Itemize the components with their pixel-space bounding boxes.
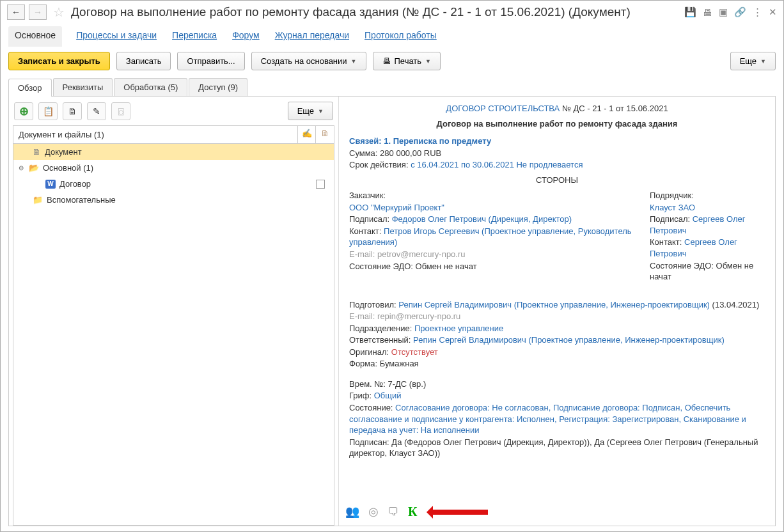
tree-row-label: Основной (1) [43, 163, 93, 173]
bottom-icon-bar: 👥 ◎ 🗨 К [345, 503, 488, 520]
customer-contact[interactable]: Петров Игорь Сергеевич (Проектное управл… [349, 226, 632, 247]
tree-row-contract[interactable]: W Договор [13, 176, 334, 192]
print-label: Печать [395, 56, 422, 66]
links-line[interactable]: Связей: 1. Переписка по предмету [349, 136, 491, 146]
tree-header-col-sign[interactable]: ✍ [298, 126, 316, 143]
form-value: Бумажная [380, 359, 419, 368]
customer-email: E-mail: petrov@mercury-npo.ru [349, 249, 637, 260]
customer-contact-label: Контакт: [349, 226, 381, 236]
ctab-access[interactable]: Доступ (9) [189, 78, 247, 96]
print-button[interactable]: 🖶 Печать ▼ [373, 52, 441, 70]
tab-correspondence[interactable]: Переписка [171, 26, 218, 47]
edit-button[interactable]: ✎ [87, 102, 106, 120]
file-tree[interactable]: 🗎 Документ ⊖ 📂 Основной (1) W Договор 📁 [13, 144, 334, 526]
save-close-button[interactable]: Записать и закрыть [8, 52, 110, 70]
state-value[interactable]: Согласование договора: Не согласован, По… [349, 403, 746, 435]
chat-icon[interactable]: 🗨 [388, 504, 399, 519]
tree-header: Документ и файлы (1) ✍ 🗎 [13, 125, 334, 144]
nav-back-button[interactable]: ← [7, 4, 25, 20]
print-icon[interactable]: 🖶 [703, 7, 712, 18]
chevron-down-icon: ▼ [760, 58, 766, 65]
ctab-overview[interactable]: Обзор [8, 79, 52, 97]
paste-button[interactable]: 📋 [38, 102, 58, 120]
prepared-email: E-mail: repin@mercury-npo.ru [349, 311, 765, 322]
document-preview: ДОГОВОР СТРОИТЕЛЬСТВА № ДС - 21 - 1 от 1… [339, 97, 775, 526]
folder-icon: 📂 [29, 163, 39, 173]
left-more-button[interactable]: Еще ▼ [288, 102, 333, 120]
doc-name: Договор на выполнение работ по ремонту ф… [349, 118, 765, 130]
content-tabs: Обзор Реквизиты Обработка (5) Доступ (9) [8, 78, 776, 97]
party-customer: Заказчик: ООО "Меркурий Проект" Подписал… [349, 189, 637, 283]
sum-label: Сумма: [349, 148, 377, 158]
resp-value[interactable]: Репин Сергей Владимирович (Проектное упр… [413, 335, 725, 345]
dept-value[interactable]: Проектное управление [414, 324, 503, 333]
chevron-down-icon: ▼ [425, 58, 431, 65]
more-button[interactable]: Еще ▼ [730, 52, 776, 70]
sum-value: 280 000,00 RUB [380, 148, 441, 158]
favorite-star-icon[interactable]: ☆ [53, 4, 65, 20]
close-icon[interactable]: ✕ [769, 6, 777, 18]
contractor-org[interactable]: Клауст ЗАО [650, 203, 695, 212]
grif-label: Гриф: [349, 391, 372, 400]
tree-header-title[interactable]: Документ и файлы (1) [13, 126, 298, 143]
orig-value: Отсутствует [391, 347, 438, 357]
tab-transfer-log[interactable]: Журнал передачи [274, 26, 350, 47]
tab-forum[interactable]: Форум [231, 26, 261, 47]
k-mark-icon[interactable]: К [408, 503, 418, 520]
send-button[interactable]: Отправить... [177, 52, 244, 70]
prepared-value[interactable]: Репин Сергей Владимирович (Проектное упр… [398, 300, 710, 309]
contractor-edo-label: Состояние ЭДО: [650, 261, 714, 270]
orig-label: Оригинал: [349, 347, 389, 357]
customer-edo: Обмен не начат [416, 262, 477, 271]
collapse-icon[interactable]: ⊖ [17, 164, 25, 171]
pencil-icon: ✎ [93, 106, 100, 116]
chevron-down-icon: ▼ [351, 58, 357, 65]
customer-org[interactable]: ООО "Меркурий Проект" [349, 203, 444, 212]
tab-work-protocol[interactable]: Протокол работы [363, 26, 438, 47]
parties-title: СТОРОНЫ [349, 175, 765, 186]
tree-row-aux[interactable]: 📁 Вспомогательные [13, 192, 334, 208]
validity-value[interactable]: с 16.04.2021 по 30.06.2021 Не продлевает… [411, 160, 583, 169]
customer-signed[interactable]: Федоров Олег Петрович (Дирекция, Директо… [392, 214, 572, 224]
scan-button[interactable]: ⌼ [111, 102, 130, 120]
kebab-menu-icon[interactable]: ⋮ [753, 6, 762, 18]
people-icon[interactable]: 👥 [345, 504, 359, 519]
main-toolbar: Записать и закрыть Записать Отправить...… [1, 47, 783, 75]
form-label: Форма: [349, 359, 377, 368]
create-based-label: Создать на основании [261, 56, 347, 66]
tab-processes[interactable]: Процессы и задачи [75, 26, 158, 47]
tree-row-label: Договор [59, 179, 91, 189]
link-icon[interactable]: 🔗 [734, 6, 746, 18]
contractor-signed-label: Подписал: [650, 214, 690, 224]
add-button[interactable]: ⊕ [14, 102, 33, 120]
window-title: Договор на выполнение работ по ремонту ф… [71, 5, 680, 19]
more-label: Еще [740, 56, 757, 66]
prepared-label: Подготовил: [349, 300, 396, 309]
report-icon[interactable]: ▣ [719, 6, 728, 18]
save-button[interactable]: Записать [116, 52, 171, 70]
nav-forward-button[interactable]: → [29, 4, 47, 20]
new-doc-button[interactable]: 🗎 [63, 102, 82, 120]
tree-header-col-file[interactable]: 🗎 [316, 126, 334, 143]
tree-row-document[interactable]: 🗎 Документ [13, 144, 334, 160]
grif-value[interactable]: Общий [374, 391, 402, 400]
contractor-contact-label: Контакт: [650, 237, 682, 247]
plus-icon: ⊕ [19, 104, 29, 118]
customer-header: Заказчик: [349, 190, 637, 201]
chevron-down-icon: ▼ [318, 108, 324, 114]
save-icon[interactable]: 💾 [684, 6, 696, 18]
stamp-icon[interactable]: ◎ [368, 504, 379, 519]
tab-main[interactable]: Основное [8, 26, 62, 47]
doc-type-link[interactable]: ДОГОВОР СТРОИТЕЛЬСТВА [446, 104, 560, 113]
create-based-button[interactable]: Создать на основании ▼ [251, 52, 366, 70]
doc-number: № ДС - 21 - 1 от 15.06.2021 [562, 104, 668, 113]
row-checkbox[interactable] [316, 180, 325, 189]
ctab-processing[interactable]: Обработка (5) [114, 78, 187, 96]
tree-row-main-folder[interactable]: ⊖ 📂 Основной (1) [13, 160, 334, 176]
ctab-props[interactable]: Реквизиты [53, 78, 113, 96]
folder-icon: 📁 [33, 195, 43, 205]
tempno-value: 7-ДС (вр.) [388, 379, 426, 389]
nav-tabs: Основное Процессы и задачи Переписка Фор… [1, 24, 783, 47]
tree-row-label: Документ [45, 147, 82, 157]
signed-summary-value: Да (Федоров Олег Петрович (Дирекция, Дир… [349, 437, 758, 458]
